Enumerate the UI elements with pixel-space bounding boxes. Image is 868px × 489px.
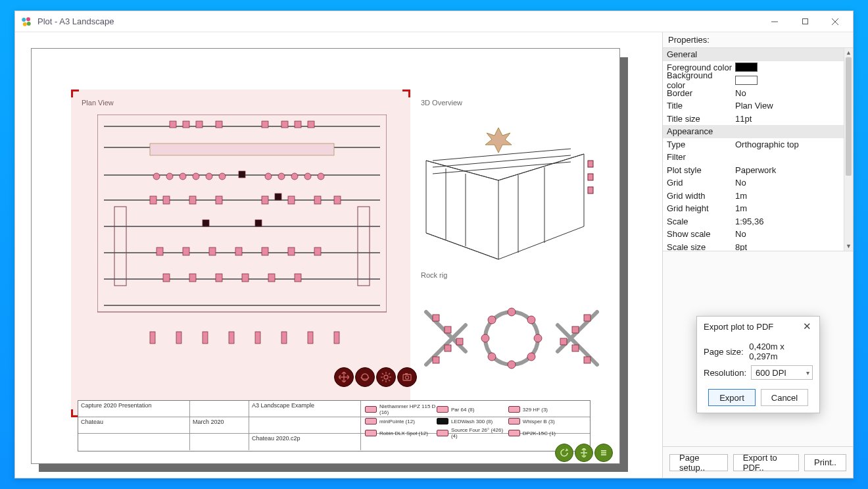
svg-rect-25 [295,121,301,128]
property-value[interactable]: 8pt [733,242,844,251]
svg-rect-55 [189,274,196,282]
move-tool-button[interactable] [334,367,354,387]
legend-swatch [437,430,448,436]
minimize-button[interactable] [760,12,790,32]
resolution-value: 600 DPI [756,368,786,378]
property-value[interactable]: Plan View [733,101,844,111]
svg-point-2 [23,22,27,26]
svg-point-82 [527,353,535,361]
svg-line-108 [382,380,383,381]
legend-swatch [365,406,377,413]
svg-rect-71 [334,332,339,344]
property-value[interactable]: 11pt [733,114,844,124]
svg-point-29 [166,173,173,180]
property-label: Grid height [663,203,733,213]
settings-tool-button[interactable] [376,367,396,387]
svg-rect-90 [433,357,439,363]
property-row[interactable]: Grid height1m [663,202,844,215]
svg-point-3 [27,22,31,26]
property-row[interactable]: TypeOrthographic top [663,138,844,151]
scroll-up-icon[interactable]: ▲ [844,48,853,57]
legend-item: Niethammer HPZ 115 D (16) [365,402,437,417]
property-label: Background color [663,70,733,90]
svg-rect-70 [308,332,313,344]
plot-preview-area[interactable]: Plan View 3D Overview Rock rig [15,32,662,478]
svg-point-34 [265,173,272,180]
color-swatch[interactable] [735,63,758,72]
scroll-down-icon[interactable]: ▼ [844,242,853,251]
color-swatch[interactable] [735,76,758,85]
dialog-cancel-button[interactable]: Cancel [761,389,808,406]
property-value[interactable]: Orthographic top [733,140,844,149]
dialog-title: Export plot to PDF [704,322,773,332]
svg-rect-68 [255,332,260,344]
refresh-button[interactable] [555,444,573,462]
orbit-tool-button[interactable] [355,367,375,387]
property-row[interactable]: Background color [663,74,844,87]
properties-scrollbar[interactable]: ▲ ▼ [844,48,853,251]
svg-point-86 [488,316,496,324]
svg-rect-22 [216,121,222,128]
svg-rect-41 [189,196,196,204]
property-label: Type [663,140,733,149]
maximize-button[interactable] [790,12,820,32]
tb-venue: Chateau [78,417,190,433]
svg-rect-76 [588,174,593,180]
property-value[interactable] [733,63,844,72]
svg-rect-47 [157,247,163,255]
snapshot-tool-button[interactable] [397,367,417,387]
property-row[interactable]: Appearance [663,125,844,138]
property-row[interactable]: Title size11pt [663,113,844,126]
svg-rect-57 [242,274,249,282]
selection-handle[interactable] [71,90,80,99]
menu-button[interactable] [594,444,613,462]
property-label: General [663,49,733,59]
property-row[interactable]: GridNo [663,176,844,190]
resolution-combobox[interactable]: 600 DPI ▾ [751,365,813,380]
view-toolbar [334,367,417,387]
property-value[interactable]: 1:95,36 [733,217,844,226]
svg-point-37 [304,173,311,180]
property-row[interactable]: BorderNo [663,87,844,100]
property-value[interactable]: 1m [733,203,844,213]
property-row[interactable]: Filter [663,151,844,164]
legend-item: Whisper B (3) [508,417,580,426]
page-setup-button[interactable]: Page setup.. [669,454,728,471]
fit-button[interactable] [575,444,593,462]
svg-point-83 [508,361,516,369]
svg-rect-5 [802,19,808,24]
dialog-close-button[interactable]: ✕ [802,321,813,332]
properties-grid[interactable]: GeneralForeground colorBackground colorB… [663,47,853,251]
legend-label: 329 HF (3) [523,407,548,413]
property-value[interactable]: No [733,178,844,188]
svg-rect-53 [314,247,321,255]
print-button[interactable]: Print.. [804,454,846,471]
close-button[interactable] [820,12,850,32]
property-row[interactable]: Plot stylePaperwork [663,164,844,177]
legend-swatch [437,406,448,413]
property-value[interactable]: No [733,88,844,98]
property-value[interactable]: 1m [733,191,844,201]
property-row[interactable]: Show scaleNo [663,228,844,241]
property-label: Show scale [663,229,733,239]
legend-item: Source Four 26° (426) (4) [437,426,508,440]
property-value[interactable]: No [733,229,844,239]
property-row[interactable]: Scale size8pt [663,241,844,252]
property-row[interactable]: General [663,48,844,61]
property-row[interactable]: TitlePlan View [663,99,844,113]
svg-rect-91 [445,345,451,351]
property-value[interactable] [733,76,844,85]
dialog-export-button[interactable]: Export [708,389,756,406]
property-value[interactable]: Paperwork [733,165,844,175]
legend-item: 329 HF (3) [508,402,580,417]
scroll-thumb[interactable] [846,57,852,176]
property-row[interactable]: Grid width1m [663,190,844,203]
svg-rect-92 [584,315,591,321]
selection-handle[interactable] [401,90,410,99]
svg-rect-45 [314,196,321,204]
export-pdf-button[interactable]: Export to PDF.. [733,454,799,471]
property-row[interactable]: Scale1:95,36 [663,215,844,228]
svg-line-105 [382,373,383,374]
property-label: Plot style [663,165,733,175]
tb-date: March 2020 [190,417,249,433]
